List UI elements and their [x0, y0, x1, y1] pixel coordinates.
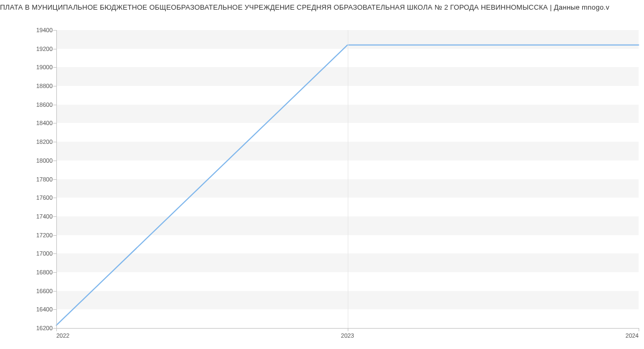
y-tick: [53, 105, 56, 105]
x-tick: [639, 328, 639, 331]
x-tick: [56, 328, 57, 331]
y-tick-label: 18200: [36, 139, 53, 145]
y-tick-label: 16200: [36, 325, 53, 331]
y-tick-label: 17000: [36, 250, 53, 257]
y-tick-label: 17800: [36, 176, 53, 183]
y-tick-label: 16400: [36, 306, 53, 312]
x-tick-label: 2024: [626, 332, 639, 339]
y-tick-label: 19400: [36, 27, 53, 33]
y-tick-label: 18400: [36, 120, 53, 126]
x-tick-label: 2023: [341, 332, 354, 339]
y-tick-label: 16800: [36, 269, 53, 275]
y-tick: [53, 272, 56, 273]
y-axis: [56, 30, 57, 328]
y-tick: [53, 49, 56, 49]
y-tick-label: 16600: [36, 288, 53, 294]
y-tick-label: 19200: [36, 46, 53, 52]
y-tick: [53, 309, 56, 310]
y-tick: [53, 142, 56, 142]
y-tick-label: 18600: [36, 101, 53, 108]
x-gridline: [348, 30, 348, 328]
chart-title: ПЛАТА В МУНИЦИПАЛЬНОЕ БЮДЖЕТНОЕ ОБЩЕОБРА…: [0, 0, 644, 11]
y-tick-label: 18000: [36, 157, 53, 164]
y-tick: [53, 216, 56, 217]
y-tick: [53, 161, 56, 161]
y-tick: [53, 179, 56, 180]
chart-area: 1620016400166001680017000172001740017600…: [0, 11, 644, 344]
y-tick: [53, 291, 56, 292]
y-tick-label: 18800: [36, 83, 53, 89]
y-tick: [53, 86, 56, 86]
y-tick-label: 17400: [36, 213, 53, 220]
y-tick: [53, 67, 56, 68]
y-tick-label: 17200: [36, 232, 53, 238]
y-tick-label: 19000: [36, 64, 53, 70]
y-tick: [53, 198, 56, 198]
y-tick-label: 17600: [36, 194, 53, 201]
y-tick: [53, 235, 56, 236]
y-tick: [53, 253, 56, 254]
y-tick: [53, 123, 56, 123]
x-tick: [348, 328, 348, 331]
y-tick: [53, 30, 56, 31]
x-tick-label: 2022: [56, 332, 69, 339]
